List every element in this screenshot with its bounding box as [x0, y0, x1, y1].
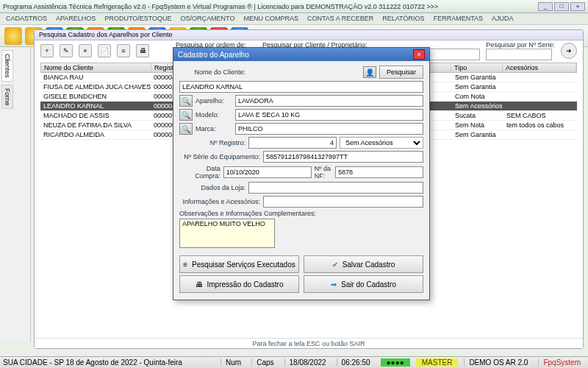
col-tipo[interactable]: Tipo: [451, 63, 503, 72]
delete-button[interactable]: ×: [79, 44, 92, 57]
search-go-button[interactable]: ➜: [561, 43, 577, 59]
menu-contas[interactable]: CONTAS A RECEBER: [307, 15, 373, 23]
list-button[interactable]: ≡: [117, 44, 130, 57]
lbl-registro: Nº Registro:: [179, 139, 245, 146]
marca-lookup-icon[interactable]: 🔍: [179, 123, 193, 135]
modelo-input[interactable]: [235, 109, 423, 121]
pesquisar-button[interactable]: Pesquisar: [379, 66, 423, 79]
panel-title: Pesquisa Cadastro dos Aparelhos por Clie…: [35, 30, 583, 40]
lbl-dados-loja: Dados da Loja:: [179, 184, 245, 191]
status-time: 06:26:50: [337, 358, 375, 367]
sidebar-tab-forne[interactable]: Forne: [1, 85, 13, 110]
window-titlebar: Programa Assistência Técnica Refrigeraçã…: [0, 0, 588, 13]
menu-relatorios[interactable]: RELATÓRIOS: [382, 15, 424, 23]
sidebar: Clientes Forne: [0, 47, 31, 342]
status-location: SUA CIDADE - SP 18 de Agosto de 2022 - Q…: [3, 358, 182, 367]
salvar-button[interactable]: ✔Salvar Cadastro: [304, 255, 423, 273]
cadastro-dialog: Cadastro do Aparelho × Nome do Cliente: …: [173, 47, 430, 300]
status-caps: Caps: [251, 358, 278, 367]
lbl-info-ac: Informações e Acessórios:: [179, 198, 260, 205]
dados-loja-input[interactable]: [248, 182, 423, 194]
statusbar: SUA CIDADE - SP 18 de Agosto de 2022 - Q…: [0, 356, 588, 368]
maximize-button[interactable]: □: [554, 2, 569, 11]
menu-ferramentas[interactable]: FERRAMENTAS: [434, 15, 483, 23]
modelo-lookup-icon[interactable]: 🔍: [179, 109, 193, 121]
list-icon: ≡: [183, 261, 187, 269]
menu-os[interactable]: OS/ORÇAMENTO: [181, 15, 235, 23]
sidebar-tab-clientes[interactable]: Clientes: [1, 50, 13, 82]
window-title: Programa Assistência Técnica Refrigeraçã…: [3, 3, 438, 10]
lbl-modelo: Modelo:: [196, 111, 232, 118]
footer-hint: Para fechar a tela ESC ou botão SAIR: [35, 338, 583, 348]
aparelho-input[interactable]: [235, 95, 423, 107]
close-button[interactable]: ×: [570, 2, 585, 11]
menu-produto[interactable]: PRODUTO/ESTOQUE: [104, 15, 171, 23]
exit-icon: ➡: [331, 280, 337, 289]
dialog-close-button[interactable]: ×: [413, 49, 425, 60]
nome-input[interactable]: [179, 81, 423, 93]
imprimir-button[interactable]: 🖶Impressão do Cadastro: [179, 275, 299, 293]
serie-input[interactable]: [263, 151, 423, 163]
registro-input[interactable]: [248, 137, 337, 149]
data-compra-input[interactable]: [223, 166, 312, 178]
lbl-nf: Nº da NF:: [315, 165, 332, 180]
client-lookup-icon[interactable]: 👤: [363, 66, 376, 78]
menu-cadastros[interactable]: CADASTROS: [6, 15, 47, 23]
aparelho-lookup-icon[interactable]: 🔍: [179, 95, 193, 107]
dialog-title: Cadastro do Aparelho: [178, 51, 249, 59]
lbl-marca: Marca:: [196, 125, 232, 132]
nf-input[interactable]: [335, 166, 423, 178]
doc-button[interactable]: 📄: [98, 44, 111, 57]
add-button[interactable]: +: [40, 44, 54, 57]
acessorios-select[interactable]: Sem Acessórios: [340, 137, 423, 149]
info-ac-input[interactable]: [263, 196, 423, 208]
print-button[interactable]: 🖶: [136, 44, 149, 57]
col-acessorios[interactable]: Acessórios: [503, 63, 576, 72]
lbl-data-compra: Data Compra:: [179, 165, 220, 180]
search-serial-label: Pesquisar por Nº Serie:: [486, 41, 555, 49]
sair-button[interactable]: ➡Sair do Cadastro: [304, 275, 423, 293]
lbl-nome: Nome do Cliente:: [179, 68, 245, 76]
search-serial-input[interactable]: [486, 49, 552, 60]
menu-compras[interactable]: MENU COMPRAS: [243, 15, 298, 23]
status-num: Num: [220, 358, 245, 367]
menu-aparelhos[interactable]: APARELHOS: [56, 15, 96, 23]
lbl-aparelho: Aparelho:: [196, 97, 232, 105]
menubar: CADASTROS APARELHOS PRODUTO/ESTOQUE OS/O…: [0, 13, 588, 25]
col-nome[interactable]: Nome do Cliente: [41, 63, 151, 72]
status-demo: DEMO OS AR 2.0: [464, 358, 532, 367]
status-master: MASTER: [416, 358, 459, 367]
status-online: ●●●●: [381, 358, 410, 367]
status-date: 18/08/2022: [284, 358, 331, 367]
minimize-button[interactable]: _: [538, 2, 553, 11]
marca-input[interactable]: [235, 123, 423, 135]
menu-ajuda[interactable]: AJUDA: [492, 15, 514, 23]
status-brand: FpqSystem: [538, 358, 585, 367]
lbl-obs: Observações e Informações Complementares…: [179, 210, 423, 217]
edit-button[interactable]: ✎: [60, 44, 73, 57]
toolbar-icon-1[interactable]: [4, 27, 22, 45]
check-icon: ✔: [332, 261, 338, 269]
lbl-serie: Nº Série do Equipamento:: [179, 153, 260, 160]
printer-icon: 🖶: [196, 280, 203, 289]
obs-textarea[interactable]: [179, 219, 275, 248]
pesquisar-servicos-button[interactable]: ≡Pesquisar Serviços Executados: [179, 255, 299, 273]
